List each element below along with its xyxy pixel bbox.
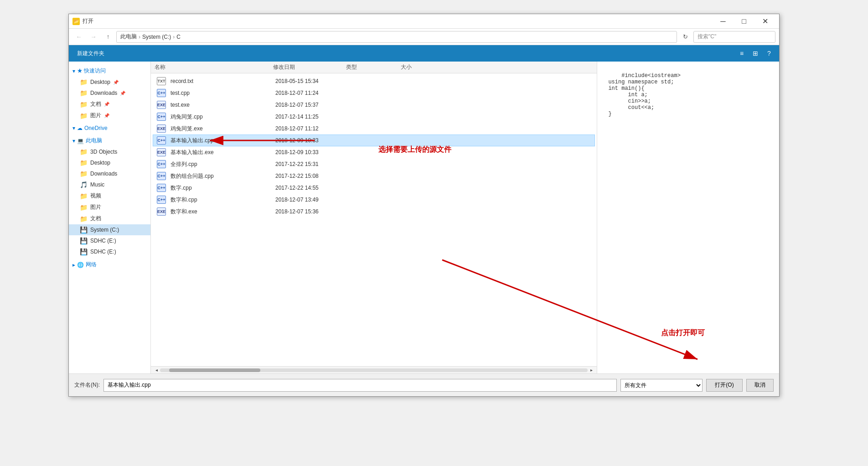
- sidebar-this-pc-header[interactable]: ▾ 💻 此电脑: [69, 135, 150, 146]
- pc-icon: 💻: [77, 138, 84, 144]
- horizontal-scrollbar[interactable]: ◂ ▸: [151, 366, 597, 373]
- chevron-icon: ▾: [72, 138, 75, 144]
- onedrive-label: OneDrive: [84, 125, 108, 131]
- scroll-track[interactable]: [160, 368, 588, 372]
- breadcrumb-sep-2: ›: [173, 34, 175, 40]
- pin-icon: 📌: [104, 102, 109, 107]
- sidebar-item-system-c[interactable]: 💾 System (C:): [69, 224, 150, 235]
- sd-icon: 💾: [80, 248, 88, 255]
- sidebar-item-label: Music: [90, 181, 104, 188]
- refresh-button[interactable]: ↻: [679, 31, 692, 43]
- view-details-button[interactable]: ≡: [735, 47, 748, 60]
- sidebar-item-label: Desktop: [90, 160, 110, 166]
- file-date: 2018-12-09 10:33: [275, 137, 348, 144]
- file-name: C++ 数字和.cpp: [157, 196, 275, 204]
- maximize-button[interactable]: □: [734, 14, 754, 29]
- sidebar-item-label: Downloads: [90, 90, 117, 96]
- sidebar-item-desktop[interactable]: 📁 Desktop 📌: [69, 77, 150, 88]
- sidebar-item-docs-pc[interactable]: 📁 文档: [69, 213, 150, 224]
- sidebar-item-label: 文档: [90, 215, 101, 223]
- folder-icon: 📁: [80, 148, 88, 155]
- breadcrumb-folder: C: [176, 34, 181, 40]
- sidebar-item-downloads[interactable]: 📁 Downloads 📌: [69, 88, 150, 98]
- folder-icon: 📁: [80, 159, 88, 166]
- file-row[interactable]: C++ 基本输入输出.cpp 2018-12-09 10:33: [153, 135, 595, 146]
- folder-icon: 📁: [80, 89, 88, 97]
- file-name: EXE 数字和.exe: [157, 207, 275, 216]
- sidebar-quick-access-header[interactable]: ▾ ★ 快速访问: [69, 65, 150, 77]
- sidebar-network-header[interactable]: ▸ 🌐 网络: [69, 259, 150, 270]
- filetype-select[interactable]: 所有文件 C++ 源文件 (*.cpp) 文本文件 (*.txt): [620, 379, 703, 392]
- cancel-button[interactable]: 取消: [746, 379, 774, 392]
- file-row[interactable]: EXE 数字和.exe 2018-12-07 15:36: [153, 206, 595, 217]
- sidebar-item-label: 图片: [90, 203, 101, 211]
- back-button[interactable]: ←: [72, 31, 85, 43]
- scroll-left-arrow[interactable]: ◂: [153, 367, 160, 373]
- sidebar-item-label: SDHC (E:): [90, 238, 116, 244]
- help-button[interactable]: ?: [763, 47, 775, 60]
- file-row[interactable]: C++ 数的组合问题.cpp 2017-12-22 15:08: [153, 170, 595, 182]
- file-row[interactable]: C++ 数字和.cpp 2018-12-07 13:49: [153, 194, 595, 206]
- title-bar-controls: ─ □ ✕: [713, 14, 775, 29]
- file-date: 2018-12-07 11:24: [275, 90, 348, 96]
- bottom-bar: 文件名(N): 所有文件 C++ 源文件 (*.cpp) 文本文件 (*.txt…: [69, 373, 779, 396]
- file-row[interactable]: EXE 基本输入输出.exe 2018-12-09 10:33: [153, 146, 595, 158]
- search-box[interactable]: 搜索"C": [693, 31, 775, 43]
- scroll-thumb[interactable]: [169, 368, 260, 372]
- sidebar-item-videos[interactable]: 📁 视频: [69, 190, 150, 202]
- cpp-icon: C++: [157, 136, 166, 145]
- sidebar-item-sdhc-e-1[interactable]: 💾 SDHC (E:): [69, 235, 150, 246]
- cpp-icon: C++: [157, 160, 166, 168]
- folder-icon: 📁: [80, 192, 88, 200]
- file-row[interactable]: C++ test.cpp 2018-12-07 11:24: [153, 87, 595, 99]
- file-row[interactable]: TXT record.txt 2018-05-15 15:34: [153, 75, 595, 87]
- file-date: 2018-05-15 15:34: [275, 78, 348, 84]
- sidebar-onedrive-header[interactable]: ▾ ☁ OneDrive: [69, 123, 150, 133]
- new-folder-button[interactable]: 新建文件夹: [72, 47, 109, 60]
- view-tiles-button[interactable]: ⊞: [749, 47, 762, 60]
- folder-icon: 📁: [80, 112, 88, 119]
- file-date: 2018-12-09 10:33: [275, 149, 348, 155]
- sidebar-item-documents[interactable]: 📁 文档 📌: [69, 98, 150, 110]
- file-row[interactable]: EXE test.exe 2018-12-07 15:37: [153, 99, 595, 111]
- sidebar-item-3d-objects[interactable]: 📁 3D Objects: [69, 146, 150, 157]
- cpp-icon: C++: [157, 89, 166, 97]
- sidebar-item-label: Downloads: [90, 171, 117, 177]
- file-name: C++ test.cpp: [157, 89, 275, 97]
- scroll-right-arrow[interactable]: ▸: [588, 367, 595, 373]
- pin-icon: 📌: [104, 113, 109, 118]
- close-button[interactable]: ✕: [754, 14, 775, 29]
- header-date: 修改日期: [273, 63, 346, 71]
- open-button[interactable]: 打开(O): [706, 379, 743, 392]
- file-row[interactable]: C++ 数字.cpp 2017-12-22 14:55: [153, 182, 595, 194]
- sd-icon: 💾: [80, 237, 88, 244]
- title-bar: 📂 打开 ─ □ ✕: [69, 14, 779, 29]
- sidebar-item-label: 图片: [90, 112, 101, 119]
- filename-input[interactable]: [103, 379, 617, 392]
- sidebar-item-downloads-pc[interactable]: 📁 Downloads: [69, 168, 150, 179]
- pin-icon: 📌: [120, 91, 125, 96]
- sidebar-item-sdhc-e-2[interactable]: 💾 SDHC (E:): [69, 246, 150, 257]
- onedrive-icon: ☁: [77, 125, 83, 131]
- title-bar-left: 📂 打开: [72, 17, 93, 25]
- minimize-button[interactable]: ─: [713, 14, 734, 29]
- forward-button[interactable]: →: [87, 31, 100, 43]
- file-row[interactable]: C++ 全排列.cpp 2017-12-22 15:31: [153, 158, 595, 170]
- file-date: 2018-12-07 15:37: [275, 102, 348, 108]
- sidebar-item-music[interactable]: 🎵 Music: [69, 179, 150, 190]
- folder-icon: 📁: [80, 170, 88, 177]
- file-row[interactable]: EXE 鸡兔同笼.exe 2018-12-07 11:12: [153, 123, 595, 135]
- sidebar-item-pictures-pc[interactable]: 📁 图片: [69, 202, 150, 213]
- exe-icon: EXE: [157, 207, 166, 216]
- folder-icon: 📁: [80, 101, 88, 108]
- file-row[interactable]: C++ 鸡兔同笼.cpp 2017-12-14 11:25: [153, 111, 595, 123]
- breadcrumb[interactable]: 此电脑 › System (C:) › C: [116, 31, 677, 43]
- header-name: 名称: [155, 63, 273, 71]
- sidebar-item-pictures[interactable]: 📁 图片 📌: [69, 110, 150, 121]
- sidebar-item-desktop-pc[interactable]: 📁 Desktop: [69, 157, 150, 168]
- file-date: 2017-12-22 15:31: [275, 161, 348, 167]
- header-size: 大小: [401, 63, 437, 71]
- file-name: TXT record.txt: [157, 77, 275, 85]
- network-label: 网络: [86, 261, 97, 269]
- up-button[interactable]: ↑: [102, 31, 114, 43]
